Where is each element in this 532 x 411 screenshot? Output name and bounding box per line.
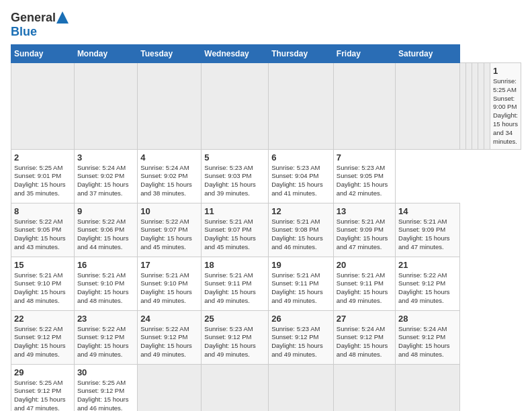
week-row-1: 1Sunrise: 5:25 AMSunset: 9:00 PMDaylight…: [11, 63, 521, 150]
day-number: 24: [140, 314, 198, 324]
calendar-cell: 6Sunrise: 5:23 AMSunset: 9:04 PMDaylight…: [269, 149, 334, 203]
calendar-cell: [333, 364, 395, 411]
day-number: 13: [337, 206, 392, 216]
day-info: Sunrise: 5:22 AMSunset: 9:12 PMDaylight:…: [140, 325, 198, 359]
calendar-cell: [138, 364, 202, 411]
day-info: Sunrise: 5:21 AMSunset: 9:09 PMDaylight:…: [337, 218, 392, 252]
day-info: Sunrise: 5:25 AMSunset: 9:01 PMDaylight:…: [14, 164, 71, 198]
calendar-cell-empty: [74, 63, 137, 150]
day-number: 18: [204, 260, 265, 270]
calendar-cell: 10Sunrise: 5:22 AMSunset: 9:07 PMDayligh…: [138, 203, 202, 257]
calendar-cell: 19Sunrise: 5:21 AMSunset: 9:11 PMDayligh…: [269, 257, 334, 310]
day-info: Sunrise: 5:22 AMSunset: 9:12 PMDaylight:…: [14, 325, 71, 359]
calendar-cell: 22Sunrise: 5:22 AMSunset: 9:12 PMDayligh…: [11, 310, 75, 364]
day-number: 22: [14, 314, 71, 324]
day-info: Sunrise: 5:21 AMSunset: 9:08 PMDaylight:…: [271, 218, 330, 252]
calendar-cell: 5Sunrise: 5:23 AMSunset: 9:03 PMDaylight…: [202, 149, 269, 203]
calendar-cell: 26Sunrise: 5:23 AMSunset: 9:12 PMDayligh…: [269, 310, 334, 364]
calendar-cell: 16Sunrise: 5:21 AMSunset: 9:10 PMDayligh…: [74, 257, 137, 310]
logo-general-text: General: [11, 11, 56, 25]
day-number: 4: [140, 152, 198, 163]
calendar-cell: 29Sunrise: 5:25 AMSunset: 9:12 PMDayligh…: [11, 364, 75, 411]
svg-marker-0: [56, 11, 69, 24]
calendar-cell: 1Sunrise: 5:25 AMSunset: 9:00 PMDaylight…: [490, 63, 521, 150]
day-info: Sunrise: 5:23 AMSunset: 9:05 PMDaylight:…: [337, 164, 392, 198]
day-number: 12: [271, 206, 330, 216]
day-number: 9: [77, 206, 134, 216]
day-info: Sunrise: 5:25 AMSunset: 9:12 PMDaylight:…: [14, 379, 71, 412]
day-info: Sunrise: 5:21 AMSunset: 9:07 PMDaylight:…: [204, 218, 265, 252]
week-row-5: 22Sunrise: 5:22 AMSunset: 9:12 PMDayligh…: [11, 310, 521, 364]
dow-header-thursday: Thursday: [269, 45, 334, 63]
calendar-cell: 4Sunrise: 5:24 AMSunset: 9:02 PMDaylight…: [138, 149, 202, 203]
dow-header-monday: Monday: [74, 45, 137, 63]
day-number: 25: [204, 314, 265, 324]
calendar-cell: 11Sunrise: 5:21 AMSunset: 9:07 PMDayligh…: [202, 203, 269, 257]
days-of-week-row: SundayMondayTuesdayWednesdayThursdayFrid…: [11, 45, 521, 63]
calendar-cell: 9Sunrise: 5:22 AMSunset: 9:06 PMDaylight…: [74, 203, 137, 257]
logo-arrow-icon: [56, 11, 69, 24]
day-number: 1: [493, 66, 518, 76]
calendar-cell-empty: [11, 63, 75, 150]
calendar-cell: [269, 364, 334, 411]
day-info: Sunrise: 5:24 AMSunset: 9:12 PMDaylight:…: [337, 325, 392, 359]
day-info: Sunrise: 5:24 AMSunset: 9:12 PMDaylight:…: [398, 325, 457, 359]
calendar-cell: 14Sunrise: 5:21 AMSunset: 9:09 PMDayligh…: [396, 203, 460, 257]
day-info: Sunrise: 5:24 AMSunset: 9:02 PMDaylight:…: [140, 164, 198, 198]
day-number: 11: [204, 206, 265, 216]
calendar-cell-empty: [333, 63, 395, 150]
calendar-cell: 18Sunrise: 5:21 AMSunset: 9:11 PMDayligh…: [202, 257, 269, 310]
week-row-6: 29Sunrise: 5:25 AMSunset: 9:12 PMDayligh…: [11, 364, 521, 411]
day-info: Sunrise: 5:21 AMSunset: 9:10 PMDaylight:…: [77, 271, 134, 306]
day-number: 15: [14, 260, 71, 270]
logo-blue-text: Blue: [11, 25, 37, 39]
dow-header-wednesday: Wednesday: [202, 45, 269, 63]
calendar-cell: [478, 63, 484, 150]
calendar-cell: [202, 364, 269, 411]
calendar-table: SundayMondayTuesdayWednesdayThursdayFrid…: [11, 44, 521, 411]
day-number: 26: [271, 314, 330, 324]
calendar-cell: 3Sunrise: 5:24 AMSunset: 9:02 PMDaylight…: [74, 149, 137, 203]
day-info: Sunrise: 5:22 AMSunset: 9:06 PMDaylight:…: [77, 218, 134, 252]
day-number: 29: [14, 367, 71, 377]
calendar-cell: 27Sunrise: 5:24 AMSunset: 9:12 PMDayligh…: [333, 310, 395, 364]
day-number: 21: [398, 260, 457, 270]
calendar-cell: 17Sunrise: 5:21 AMSunset: 9:10 PMDayligh…: [138, 257, 202, 310]
day-info: Sunrise: 5:21 AMSunset: 9:09 PMDaylight:…: [398, 218, 457, 252]
calendar-cell: 25Sunrise: 5:23 AMSunset: 9:12 PMDayligh…: [202, 310, 269, 364]
calendar-cell: [472, 63, 478, 150]
week-row-3: 8Sunrise: 5:22 AMSunset: 9:05 PMDaylight…: [11, 203, 521, 257]
day-number: 3: [77, 152, 134, 163]
calendar-cell: 28Sunrise: 5:24 AMSunset: 9:12 PMDayligh…: [396, 310, 460, 364]
day-number: 14: [398, 206, 457, 216]
calendar-cell: 15Sunrise: 5:21 AMSunset: 9:10 PMDayligh…: [11, 257, 75, 310]
week-row-4: 15Sunrise: 5:21 AMSunset: 9:10 PMDayligh…: [11, 257, 521, 310]
day-number: 28: [398, 314, 457, 324]
day-info: Sunrise: 5:21 AMSunset: 9:10 PMDaylight:…: [140, 271, 198, 306]
day-number: 6: [271, 152, 330, 163]
day-info: Sunrise: 5:24 AMSunset: 9:02 PMDaylight:…: [77, 164, 134, 198]
day-info: Sunrise: 5:23 AMSunset: 9:12 PMDaylight:…: [271, 325, 330, 359]
day-number: 8: [14, 206, 71, 216]
day-info: Sunrise: 5:21 AMSunset: 9:11 PMDaylight:…: [204, 271, 265, 306]
calendar-cell-empty: [269, 63, 334, 150]
day-info: Sunrise: 5:22 AMSunset: 9:12 PMDaylight:…: [77, 325, 134, 359]
day-number: 27: [337, 314, 392, 324]
day-number: 5: [204, 152, 265, 163]
calendar-cell: 30Sunrise: 5:25 AMSunset: 9:12 PMDayligh…: [74, 364, 137, 411]
day-info: Sunrise: 5:21 AMSunset: 9:11 PMDaylight:…: [337, 271, 392, 306]
day-info: Sunrise: 5:21 AMSunset: 9:10 PMDaylight:…: [14, 271, 71, 306]
day-number: 16: [77, 260, 134, 270]
calendar-cell-empty: [138, 63, 202, 150]
calendar-cell: [396, 63, 460, 150]
day-number: 10: [140, 206, 198, 216]
day-info: Sunrise: 5:23 AMSunset: 9:12 PMDaylight:…: [204, 325, 265, 359]
day-number: 17: [140, 260, 198, 270]
calendar-cell: 20Sunrise: 5:21 AMSunset: 9:11 PMDayligh…: [333, 257, 395, 310]
day-number: 7: [337, 152, 392, 163]
dow-header-saturday: Saturday: [396, 45, 460, 63]
day-number: 23: [77, 314, 134, 324]
day-info: Sunrise: 5:25 AMSunset: 9:12 PMDaylight:…: [77, 379, 134, 412]
calendar-cell: [459, 63, 466, 150]
calendar-cell: 21Sunrise: 5:22 AMSunset: 9:12 PMDayligh…: [396, 257, 460, 310]
